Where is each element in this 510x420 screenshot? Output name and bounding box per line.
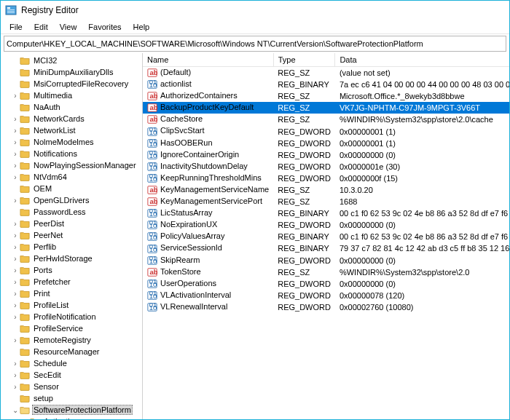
value-row[interactable]: 01101001KeepRunningThresholdMinsREG_DWOR… <box>143 173 509 184</box>
value-row[interactable]: 01101001SkipRearmREG_DWORD0x00000000 (0) <box>143 255 509 266</box>
tree-item[interactable]: MsiCorruptedFileRecovery <box>1 78 142 90</box>
tree-item[interactable]: ›ProfileList <box>1 299 142 311</box>
expand-icon[interactable]: › <box>11 220 20 228</box>
col-data[interactable]: Data <box>335 53 509 67</box>
value-row[interactable]: 01101001actionlistREG_BINARY7a ec c6 41 … <box>143 79 509 90</box>
folder-icon <box>20 173 30 181</box>
menu-file[interactable]: File <box>4 22 28 32</box>
value-row[interactable]: abBackupProductKeyDefaultREG_SZVK7JG-NPH… <box>143 102 509 114</box>
value-row[interactable]: 01101001VLActivationIntervalREG_DWORD0x0… <box>143 290 509 301</box>
value-row[interactable]: abKeyManagementServicePortREG_SZ1688 <box>143 196 509 207</box>
tree-item[interactable]: ProfileService <box>1 322 142 334</box>
menu-edit[interactable]: Edit <box>28 22 54 32</box>
value-row[interactable]: 01101001UserOperationsREG_DWORD0x0000000… <box>143 278 509 290</box>
expand-icon[interactable]: › <box>11 313 20 321</box>
tree-item[interactable]: ›Schedule <box>1 357 142 369</box>
value-row[interactable]: ab(Default)REG_SZ(value not set) <box>143 67 509 79</box>
value-row[interactable]: 01101001IgnoreContainerOriginREG_DWORD0x… <box>143 149 509 161</box>
value-type: REG_SZ <box>273 90 335 102</box>
expand-icon[interactable]: › <box>11 127 20 135</box>
menu-help[interactable]: Help <box>128 22 156 32</box>
value-type: REG_DWORD <box>273 125 335 137</box>
menu-view[interactable]: View <box>54 22 83 32</box>
tree-item[interactable]: ›Sensor <box>1 381 142 392</box>
expand-icon[interactable]: › <box>11 301 20 309</box>
value-row[interactable]: 01101001NoExpirationUXREG_DWORD0x0000000… <box>143 219 509 231</box>
expand-icon[interactable]: › <box>11 266 20 274</box>
expand-icon[interactable]: › <box>11 197 20 205</box>
tree-item[interactable]: setup <box>1 392 142 404</box>
tree-item[interactable]: ›SecEdit <box>1 369 142 381</box>
tree-item[interactable]: ›NetworkCards <box>1 113 142 124</box>
tree-item[interactable]: PasswordLess <box>1 206 142 218</box>
value-row[interactable]: abKeyManagementServiceNameREG_SZ10.3.0.2… <box>143 184 509 196</box>
value-row[interactable]: abAuthorizedContainersREG_SZMicrosoft.Of… <box>143 90 509 102</box>
value-row[interactable]: 01101001LicStatusArrayREG_BINARY00 c1 f0… <box>143 207 509 219</box>
expand-icon[interactable]: › <box>11 336 20 344</box>
value-row[interactable]: 01101001VLRenewalIntervalREG_DWORD0x0000… <box>143 301 509 313</box>
expand-icon[interactable]: › <box>11 138 20 146</box>
value-data: 79 37 c7 82 81 4c 12 42 ab d3 c5 ff b8 3… <box>335 242 509 254</box>
value-row[interactable]: abCacheStoreREG_SZ%WINDIR%\System32\spp\… <box>143 114 509 125</box>
tree-item[interactable]: ›ProfileNotification <box>1 311 142 322</box>
tree-item[interactable]: OEM <box>1 183 142 194</box>
value-name: 01101001KeepRunningThresholdMins <box>143 173 273 184</box>
folder-icon <box>20 91 30 100</box>
value-type: REG_DWORD <box>273 301 335 313</box>
tree-item[interactable]: ›Print <box>1 288 142 299</box>
expand-icon[interactable]: › <box>11 360 20 368</box>
address-bar[interactable]: Computer\HKEY_LOCAL_MACHINE\SOFTWARE\Mic… <box>4 36 506 52</box>
expand-icon[interactable]: › <box>11 383 20 391</box>
value-row[interactable]: abTokenStoreREG_SZ%WINDIR%\System32\spp\… <box>143 266 509 278</box>
value-type: REG_BINARY <box>273 79 335 90</box>
expand-icon[interactable]: › <box>11 243 20 251</box>
tree-item[interactable]: ›Activation <box>1 416 142 419</box>
expand-icon[interactable]: › <box>11 290 20 298</box>
value-row[interactable]: 01101001ClipSvcStartREG_DWORD0x00000001 … <box>143 125 509 137</box>
tree-item[interactable]: ›NetworkList <box>1 124 142 136</box>
tree-item[interactable]: ⌄SoftwareProtectionPlatform <box>1 404 142 416</box>
tree-item[interactable]: ›PerHwIdStorage <box>1 253 142 264</box>
expand-icon[interactable]: › <box>11 115 20 123</box>
svg-text:ab: ab <box>150 115 158 123</box>
tree-item[interactable]: ›Notifications <box>1 148 142 159</box>
tree-item[interactable]: ›Perflib <box>1 241 142 253</box>
expand-icon[interactable]: › <box>11 231 20 239</box>
expand-icon[interactable]: › <box>11 173 20 181</box>
tree-item[interactable]: ›NowPlayingSessionManager <box>1 159 142 171</box>
tree-item[interactable]: ›NolmeModelmes <box>1 136 142 148</box>
expand-icon[interactable]: › <box>11 92 20 100</box>
key-tree[interactable]: MCI32MiniDumpAuxiliaryDllsMsiCorruptedFi… <box>1 53 143 419</box>
value-name: 01101001VLActivationInterval <box>143 290 273 301</box>
expand-icon[interactable]: › <box>11 162 20 170</box>
tree-item[interactable]: ResourceManager <box>1 346 142 357</box>
value-row[interactable]: 01101001HasOOBERunREG_DWORD0x00000001 (1… <box>143 138 509 149</box>
tree-item[interactable]: ›Multimedia <box>1 90 142 101</box>
value-row[interactable]: 01101001ServiceSessionIdREG_BINARY79 37 … <box>143 242 509 254</box>
tree-item[interactable]: ›RemoteRegistry <box>1 334 142 346</box>
expand-icon[interactable]: › <box>11 150 20 158</box>
tree-item[interactable]: ›PeerDist <box>1 218 142 229</box>
tree-item[interactable]: ›OpenGLDrivers <box>1 194 142 206</box>
value-row[interactable]: 01101001PolicyValuesArrayREG_BINARY00 c1… <box>143 231 509 242</box>
svg-rect-2 <box>7 9 15 10</box>
tree-item[interactable]: ›PeerNet <box>1 229 142 241</box>
col-type[interactable]: Type <box>273 53 335 67</box>
window-title: Registry Editor <box>21 5 79 15</box>
expand-icon[interactable]: › <box>11 278 20 286</box>
tree-item[interactable]: ›NtVdm64 <box>1 171 142 183</box>
expand-icon[interactable]: › <box>21 418 30 420</box>
tree-item[interactable]: NaAuth <box>1 101 142 113</box>
expand-icon[interactable]: ⌄ <box>11 406 20 414</box>
value-list[interactable]: Name Type Data ab(Default)REG_SZ(value n… <box>143 53 509 419</box>
menu-favorites[interactable]: Favorites <box>82 22 127 32</box>
col-name[interactable]: Name <box>143 53 273 67</box>
expand-icon[interactable]: › <box>11 371 20 379</box>
folder-icon <box>20 336 30 344</box>
value-row[interactable]: 01101001InactivityShutdownDelayREG_DWORD… <box>143 161 509 173</box>
tree-item[interactable]: ›Prefetcher <box>1 276 142 288</box>
expand-icon[interactable]: › <box>11 255 20 263</box>
tree-item[interactable]: MiniDumpAuxiliaryDlls <box>1 66 142 78</box>
tree-item[interactable]: ›Ports <box>1 264 142 276</box>
tree-item[interactable]: MCI32 <box>1 55 142 66</box>
